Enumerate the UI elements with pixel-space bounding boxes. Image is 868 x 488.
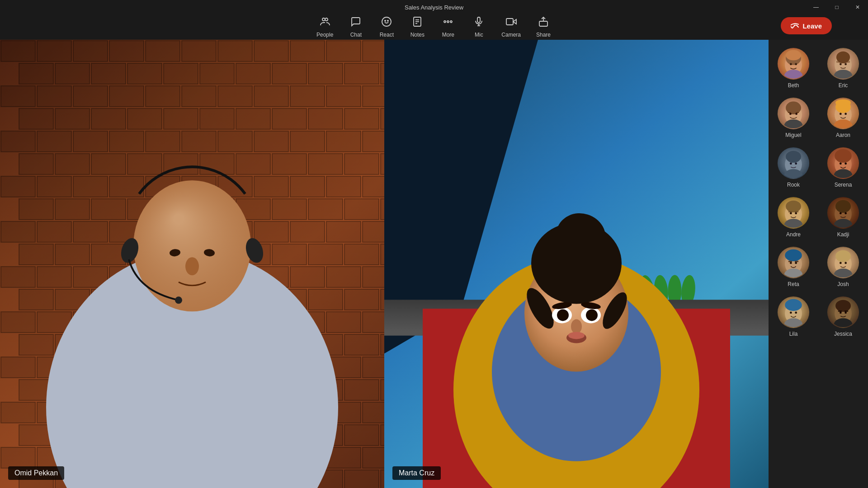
participant-kadji[interactable]: Kadji (818, 192, 868, 242)
more-label: More (442, 32, 454, 38)
svg-point-20 (790, 63, 792, 66)
svg-rect-15 (506, 19, 513, 25)
notes-label: Notes (410, 32, 425, 38)
react-label: React (380, 32, 394, 38)
andre-avatar-svg (778, 198, 808, 228)
svg-point-39 (840, 113, 842, 115)
jessica-name: Jessica (834, 331, 852, 337)
participant-beth[interactable]: Beth (769, 43, 818, 93)
svg-point-49 (835, 149, 852, 163)
svg-point-80 (795, 312, 797, 314)
toolbar-mic[interactable]: Mic (465, 14, 492, 40)
minimize-button[interactable]: — (806, 0, 826, 14)
svg-point-51 (844, 163, 847, 165)
react-icon (381, 16, 392, 30)
svg-point-78 (785, 299, 802, 311)
participant-reta[interactable]: Reta (769, 242, 818, 292)
lila-name: Lila (789, 331, 798, 337)
rook-avatar-svg (778, 148, 808, 178)
serena-name: Serena (835, 182, 852, 188)
svg-rect-57 (788, 211, 792, 212)
people-label: People (316, 32, 333, 38)
eric-name: Eric (839, 82, 848, 89)
people-icon (320, 16, 330, 30)
avatar-josh (827, 247, 859, 278)
svg-rect-12 (477, 17, 480, 23)
svg-point-73 (835, 250, 851, 262)
participant-aaron[interactable]: Aaron (818, 93, 868, 143)
omid-label: Omid Pekkan (8, 466, 64, 480)
svg-point-26 (840, 63, 842, 66)
camera-label: Camera (501, 32, 521, 38)
svg-point-32 (789, 113, 792, 115)
participant-serena[interactable]: Serena (818, 143, 868, 192)
svg-point-22 (786, 50, 801, 61)
maximize-button[interactable]: □ (826, 0, 847, 14)
svg-point-85 (844, 312, 847, 314)
participant-josh[interactable]: Josh (818, 242, 868, 292)
marta-label: Marta Cruz (392, 466, 441, 480)
participant-miguel[interactable]: Miguel (769, 93, 818, 143)
camera-icon (506, 16, 517, 30)
avatar-serena (827, 147, 859, 179)
participant-jessica[interactable]: Jessica (818, 292, 868, 342)
svg-point-54 (786, 201, 801, 212)
reta-name: Reta (788, 281, 799, 287)
avatar-beth (778, 48, 809, 80)
participant-lila[interactable]: Lila (769, 292, 818, 342)
andre-name: Andre (786, 231, 801, 238)
toolbar-chat[interactable]: Chat (342, 14, 369, 40)
toolbar-share[interactable]: Share (530, 14, 557, 40)
svg-point-55 (790, 212, 792, 215)
avatar-miguel (778, 98, 809, 129)
svg-point-84 (840, 312, 842, 314)
serena-avatar-svg (828, 148, 858, 178)
participant-andre[interactable]: Andre (769, 192, 818, 242)
leave-button[interactable]: Leave (781, 17, 832, 34)
share-label: Share (536, 32, 551, 38)
svg-rect-70 (795, 261, 798, 262)
svg-point-46 (795, 163, 797, 165)
rook-name: Rook (787, 182, 800, 188)
svg-rect-86 (838, 310, 842, 312)
close-button[interactable]: ✕ (847, 0, 868, 14)
mic-icon (473, 16, 484, 30)
svg-point-50 (840, 163, 842, 165)
leave-label: Leave (802, 22, 822, 30)
aaron-avatar-svg (828, 99, 858, 128)
toolbar-notes[interactable]: Notes (404, 14, 431, 40)
participant-eric[interactable]: Eric (818, 43, 868, 93)
toolbar-react[interactable]: React (373, 14, 400, 40)
participant-rook[interactable]: Rook (769, 143, 818, 192)
window-title: Sales Analysis Review (405, 4, 463, 11)
svg-point-1 (325, 18, 328, 21)
avatar-kadji (827, 197, 859, 229)
phone-icon (791, 22, 799, 30)
aaron-name: Aaron (836, 132, 850, 138)
marta-video (384, 40, 769, 488)
toolbar-more[interactable]: More (434, 14, 462, 40)
josh-avatar-svg (828, 248, 858, 277)
notes-icon (412, 16, 423, 30)
svg-point-27 (844, 63, 847, 66)
svg-point-11 (450, 21, 452, 23)
more-icon (443, 16, 453, 30)
toolbar-camera[interactable]: Camera (496, 14, 526, 40)
svg-rect-28 (836, 61, 850, 63)
svg-point-33 (795, 113, 797, 115)
svg-point-0 (322, 18, 325, 21)
share-icon (538, 16, 549, 30)
video-tile-omid[interactable]: Omid Pekkan (0, 40, 384, 488)
toolbar-people[interactable]: People (311, 14, 339, 40)
avatar-aaron (827, 98, 859, 129)
svg-point-74 (840, 262, 842, 264)
window-controls: — □ ✕ (806, 0, 868, 14)
titlebar: Sales Analysis Review — □ ✕ (0, 0, 868, 14)
svg-rect-87 (844, 310, 848, 312)
svg-point-4 (387, 20, 388, 21)
svg-rect-35 (796, 112, 799, 113)
video-tile-marta[interactable]: Marta Cruz (384, 40, 769, 488)
svg-point-45 (790, 163, 792, 165)
svg-point-9 (444, 21, 446, 23)
mic-label: Mic (475, 32, 483, 38)
